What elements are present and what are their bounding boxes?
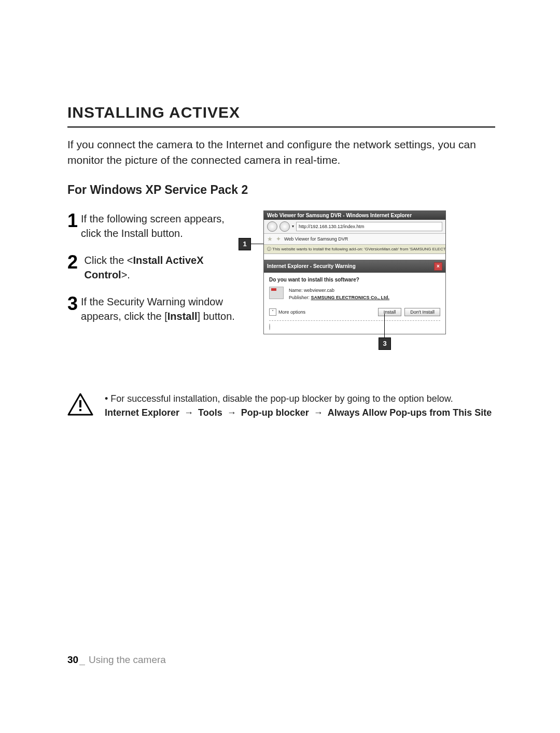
footer-separator: _ xyxy=(79,654,85,665)
step-text: Click the <Install ActiveX Control>. xyxy=(85,253,244,282)
more-options[interactable]: ˅ More options xyxy=(269,308,305,316)
dialog-title: Internet Explorer - Security Warning xyxy=(267,263,356,269)
infobar[interactable]: ⓘ This website wants to install the foll… xyxy=(264,245,445,254)
dialog-question: Do you want to install this software? xyxy=(269,277,440,283)
ie-tab-row: ★ ✦ Web Viewer for Samsung DVR xyxy=(264,234,445,245)
callout-3: 3 xyxy=(379,337,391,350)
step-1: 1 If the following screen appears, click… xyxy=(67,212,244,241)
step-2: 2 Click the <Install ActiveX Control>. xyxy=(67,253,244,282)
name-value: webviewer.cab xyxy=(304,288,334,293)
note-path: Internet Explorer → Tools → Pop-up block… xyxy=(105,406,492,420)
heading-rule xyxy=(67,126,495,128)
arrow-icon: → xyxy=(184,407,193,418)
section-heading: INSTALLING ACTIVEX xyxy=(67,104,495,121)
text: ] button. xyxy=(198,311,235,322)
dialog-title-bar: Internet Explorer - Security Warning × xyxy=(264,260,445,273)
path-part: Always Allow Pop-ups from This Site xyxy=(328,407,492,418)
figure-area: 1 Web Viewer for Samsung DVR - Windows I… xyxy=(244,210,495,376)
intro-paragraph: If you connect the camera to the Interne… xyxy=(67,137,495,168)
text: Click the < xyxy=(85,255,133,266)
step-number: 1 xyxy=(67,212,78,241)
bold-label: Install xyxy=(167,311,198,322)
chevron-down-icon: ˅ xyxy=(269,308,276,316)
address-bar[interactable]: http://192.168.130.12/index.htm xyxy=(296,222,442,231)
forward-icon[interactable] xyxy=(279,221,290,232)
step-number: 3 xyxy=(67,294,78,323)
step-text: If the following screen appears, click t… xyxy=(81,212,244,241)
step-number: 2 xyxy=(67,253,81,282)
more-options-label: More options xyxy=(278,309,305,315)
path-part: Internet Explorer xyxy=(105,407,179,418)
step-text: If the Security Warning window appears, … xyxy=(81,294,244,323)
favorites-icon[interactable]: ★ xyxy=(267,235,273,243)
arrow-icon: → xyxy=(227,407,236,418)
arrow-icon: → xyxy=(314,407,323,418)
dont-install-button[interactable]: Don't Install xyxy=(404,308,440,316)
back-icon[interactable] xyxy=(267,221,277,232)
steps-list: 1 If the following screen appears, click… xyxy=(67,210,244,336)
callout-1: 1 xyxy=(239,238,251,250)
software-info: Name: webviewer.cab Publisher: SAMSUNG E… xyxy=(269,287,440,302)
info-icon: ⓘ xyxy=(267,247,272,251)
dropdown-icon[interactable]: ▾ xyxy=(292,224,294,229)
caution-icon xyxy=(67,393,93,416)
publisher-label: Publisher: xyxy=(289,295,310,300)
installer-icon xyxy=(269,287,284,299)
page-footer: 30_ Using the camera xyxy=(67,654,166,666)
section-name: Using the camera xyxy=(89,654,166,665)
security-warning-dialog: Internet Explorer - Security Warning × D… xyxy=(263,260,446,334)
warning-note: • For successful installation, disable t… xyxy=(67,392,495,420)
svg-rect-2 xyxy=(79,409,81,411)
page-number: 30 xyxy=(67,654,78,665)
text: >. xyxy=(121,269,130,280)
path-part: Tools xyxy=(198,407,222,418)
ie-window-mock: Web Viewer for Samsung DVR - Windows Int… xyxy=(263,210,446,262)
shield-icon xyxy=(269,323,270,330)
path-part: Pop-up blocker xyxy=(241,407,309,418)
add-favorite-icon[interactable]: ✦ xyxy=(276,235,281,243)
publisher-link[interactable]: SAMSUNG ELECTRONICS Co., Ltd. xyxy=(311,295,390,300)
callout-line xyxy=(384,314,385,337)
window-title: Web Viewer for Samsung DVR - Windows Int… xyxy=(264,211,445,220)
ie-toolbar: ▾ http://192.168.130.12/index.htm xyxy=(264,220,445,234)
close-icon[interactable]: × xyxy=(434,262,442,271)
note-bullet: • For successful installation, disable t… xyxy=(105,392,492,406)
name-label: Name: xyxy=(289,288,303,293)
install-button[interactable]: Install xyxy=(378,308,402,316)
dialog-footer xyxy=(269,320,440,330)
tab-label[interactable]: Web Viewer for Samsung DVR xyxy=(284,236,348,242)
infobar-text: This website wants to install the follow… xyxy=(272,247,445,251)
svg-rect-1 xyxy=(79,400,81,407)
sub-heading: For Windows XP Service Pack 2 xyxy=(67,183,495,197)
step-3: 3 If the Security Warning window appears… xyxy=(67,294,244,323)
